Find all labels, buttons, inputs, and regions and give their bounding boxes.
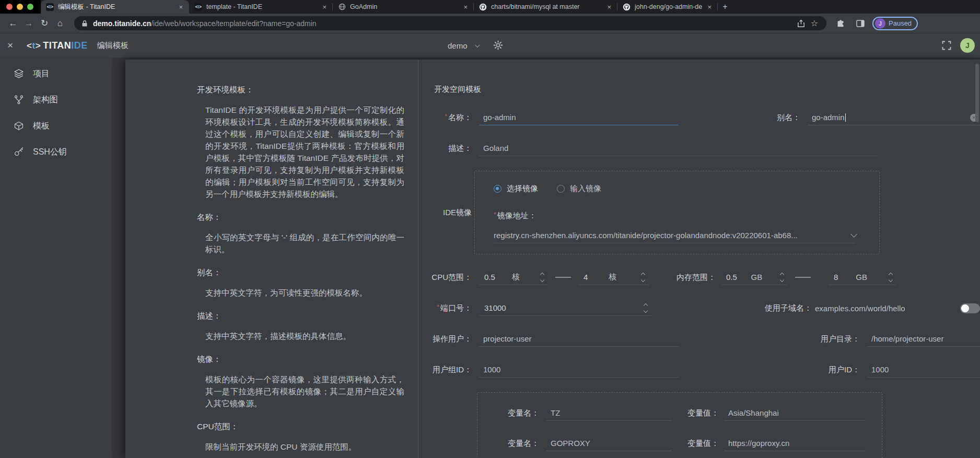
user-id-label: 用户ID： — [775, 365, 860, 375]
tab-title: 编辑模板 - TitanIDE — [58, 3, 173, 11]
description-label: 描述： — [424, 144, 472, 154]
help-heading: 描述： — [197, 310, 404, 322]
share-icon[interactable] — [794, 17, 808, 30]
url-bar[interactable]: demo.titanide.cn/ide/web/workspace/templ… — [74, 16, 826, 30]
env-name-input[interactable]: TZ — [546, 405, 672, 421]
env-value-input[interactable]: Asia/Shanghai — [724, 405, 865, 421]
chevron-down-icon — [850, 231, 857, 238]
forward-icon[interactable]: → — [21, 16, 37, 31]
range-dash — [555, 277, 571, 278]
browser-tab[interactable]: GoAdmin × — [333, 0, 474, 14]
sidebar: 项目 架构图 模板 — [0, 57, 112, 458]
sidebar-item-label: 架构图 — [33, 95, 58, 105]
help-body: 全小写的英文字母与 '-' 组成的，是在工作空间内的唯一标识。 — [205, 231, 404, 255]
radio-select-image[interactable]: 选择镜像 — [494, 184, 538, 194]
new-tab-button[interactable]: + — [718, 0, 732, 14]
op-user-input[interactable]: projector-user — [479, 331, 679, 347]
close-icon[interactable]: × — [7, 40, 13, 51]
memory-max-input[interactable]: 8 GB — [829, 269, 896, 285]
user-avatar[interactable]: J — [960, 38, 975, 53]
required-asterisk: * — [494, 211, 496, 218]
fullscreen-icon[interactable] — [941, 40, 952, 51]
home-icon[interactable]: ⌂ — [52, 16, 68, 31]
cpu-max-input[interactable]: 4 核 — [578, 269, 649, 285]
profile-chip[interactable]: J Paused — [872, 17, 918, 30]
alias-input[interactable]: go-admin × — [808, 110, 980, 125]
browser-tab[interactable]: charts/bitnami/mysql at master × — [474, 0, 617, 14]
tab-close-icon[interactable]: × — [177, 4, 185, 10]
ide-image-section: 选择镜像 输入镜像 *镜像地址： registry.cn-shenzhen.al… — [474, 171, 880, 254]
back-icon[interactable]: ← — [5, 16, 21, 31]
cpu-min-input[interactable]: 0.5 核 — [479, 269, 548, 285]
user-id-input[interactable]: 1000 — [867, 362, 980, 378]
sidebar-item-ssh-keys[interactable]: SSH公钥 — [0, 139, 112, 165]
window-controls — [0, 0, 41, 14]
name-input[interactable]: go-admin — [479, 110, 679, 125]
chevron-down-icon — [474, 42, 480, 48]
browser-tab[interactable]: john-deng/go-admin-demo × — [617, 0, 718, 14]
browser-tab-active[interactable]: <t> 编辑模板 - TitanIDE × — [41, 0, 189, 14]
user-dir-input[interactable]: /home/projector-user — [867, 331, 980, 347]
reload-icon[interactable]: ↻ — [37, 16, 52, 31]
stepper-icon[interactable] — [539, 271, 547, 284]
image-address-select[interactable]: registry.cn-shenzhen.aliyuncs.com/titani… — [494, 228, 855, 243]
name-label: *名称： — [424, 113, 472, 123]
url-domain: demo.titanide.cn — [93, 19, 151, 28]
github-favicon — [623, 3, 631, 11]
tab-close-icon[interactable]: × — [320, 4, 329, 10]
env-value-input[interactable]: https://goproxy.cn — [724, 436, 865, 451]
ide-image-label: IDE镜像 — [424, 208, 472, 218]
stepper-icon[interactable] — [887, 271, 895, 284]
scrollbar-thumb[interactable] — [975, 64, 979, 122]
env-name-input[interactable]: GOPROXY — [546, 436, 672, 451]
description-input[interactable]: Goland — [479, 140, 878, 156]
stepper-icon[interactable] — [778, 271, 787, 284]
text-cursor — [845, 113, 846, 122]
op-user-label: 操作用户： — [424, 334, 472, 344]
browser-tab[interactable]: <t> template - TitanIDE × — [189, 0, 333, 14]
close-window-button[interactable] — [6, 4, 13, 10]
radio-input-image[interactable]: 输入镜像 — [557, 184, 601, 194]
user-dir-label: 用户目录： — [775, 334, 860, 344]
help-heading: CPU范围： — [197, 420, 404, 433]
sidebar-item-projects[interactable]: 项目 — [0, 61, 112, 87]
cube-icon — [14, 121, 24, 131]
profile-status: Paused — [889, 19, 912, 27]
settings-gear-icon[interactable] — [493, 40, 503, 50]
group-id-input[interactable]: 1000 — [479, 362, 679, 378]
radio-icon — [494, 185, 501, 193]
required-asterisk: * — [445, 113, 447, 120]
zoom-window-button[interactable] — [27, 4, 33, 10]
workspace-name: demo — [448, 41, 468, 50]
subdomain-value: examples.com/world/hello — [815, 304, 905, 313]
help-body: 支持中英文字符，描述模板的具体信息。 — [205, 330, 404, 342]
subdomain-toggle[interactable] — [960, 303, 980, 313]
sidebar-item-architecture[interactable]: 架构图 — [0, 87, 112, 113]
titanide-logo: <t> TITANIDE — [27, 40, 88, 51]
radio-icon — [557, 185, 565, 193]
env-name-label: 变量名： — [508, 439, 539, 449]
profile-avatar: J — [875, 18, 885, 29]
stepper-icon[interactable] — [639, 271, 648, 284]
group-id-label: 用户组ID： — [424, 365, 472, 375]
minimize-window-button[interactable] — [17, 4, 23, 10]
image-address-label: *镜像地址： — [494, 211, 858, 221]
side-panel-icon[interactable] — [853, 16, 868, 31]
url-path: /ide/web/workspace/template/edit?name=go… — [151, 19, 316, 28]
memory-min-input[interactable]: 0.5 GB — [721, 269, 788, 285]
layers-icon — [14, 68, 24, 79]
page-title: 编辑模板 — [97, 41, 129, 51]
workspace-selector[interactable]: demo — [448, 41, 479, 50]
toggle-knob — [961, 304, 969, 312]
tab-close-icon[interactable]: × — [705, 4, 714, 10]
stepper-icon[interactable] — [642, 302, 650, 314]
port-input[interactable]: 31000 — [479, 300, 651, 316]
tab-close-icon[interactable]: × — [605, 4, 613, 10]
env-value-label: 变量值： — [687, 408, 719, 418]
tab-close-icon[interactable]: × — [461, 4, 470, 10]
sidebar-item-templates[interactable]: 模板 — [0, 113, 112, 139]
cpu-max-unit: 核 — [609, 272, 616, 282]
bookmark-star-icon[interactable]: ☆ — [808, 17, 821, 30]
sidebar-item-label: SSH公钥 — [33, 147, 67, 158]
extensions-puzzle-icon[interactable] — [833, 16, 848, 31]
